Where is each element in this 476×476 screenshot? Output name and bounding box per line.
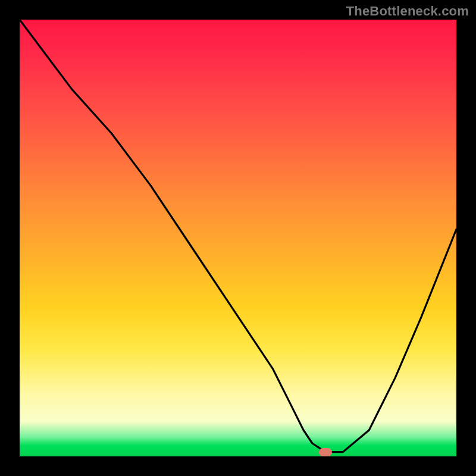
plot-area <box>20 20 456 456</box>
chart-frame: TheBottleneck.com <box>0 0 476 476</box>
watermark-text: TheBottleneck.com <box>346 4 469 19</box>
bottleneck-curve <box>20 20 456 456</box>
optimal-marker <box>319 448 332 456</box>
